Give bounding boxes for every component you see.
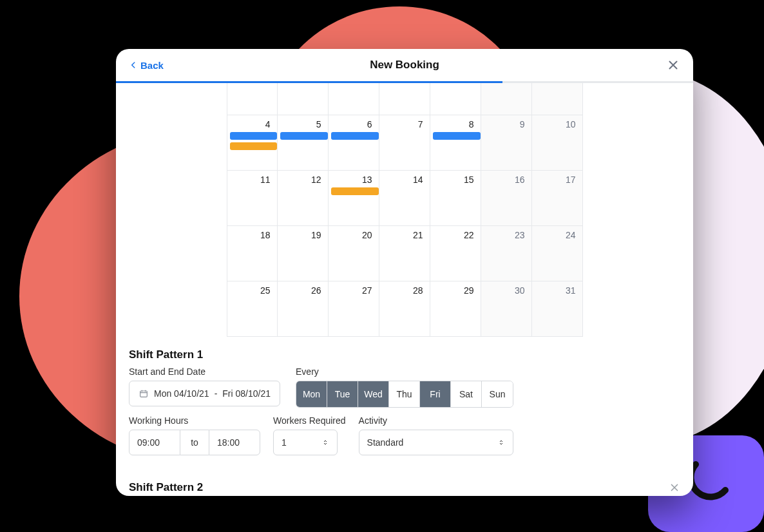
calendar-cell[interactable]: 10 — [532, 115, 583, 171]
date-picker[interactable]: Mon 04/10/21 - Fri 08/10/21 — [129, 381, 280, 406]
calendar-cell[interactable]: 23 — [481, 226, 532, 281]
workers-select[interactable]: 1 — [273, 430, 338, 455]
stepper-icon — [497, 439, 505, 446]
day-number: 10 — [566, 119, 576, 129]
shift-pattern-1-title: Shift Pattern 1 — [129, 348, 680, 361]
calendar-cell[interactable] — [329, 83, 379, 115]
calendar-cell[interactable]: 21 — [379, 226, 430, 281]
calendar-cell[interactable]: 4 — [227, 115, 278, 171]
day-toggle-fri[interactable]: Fri — [420, 381, 451, 407]
day-number: 13 — [362, 175, 372, 185]
calendar-cell[interactable]: 29 — [430, 281, 481, 337]
day-number: 12 — [311, 175, 321, 185]
calendar-cell[interactable]: 31 — [532, 281, 583, 337]
calendar-cell[interactable]: 18 — [227, 226, 278, 281]
calendar-cell[interactable]: 14 — [379, 171, 430, 226]
date-end: Fri 08/10/21 — [222, 388, 271, 399]
day-toggle-sat[interactable]: Sat — [451, 381, 482, 407]
calendar-cell[interactable]: 20 — [329, 226, 379, 281]
calendar-cell[interactable] — [227, 83, 278, 115]
date-field: Start and End Date Mon 04/10/21 - Fri 08… — [129, 366, 280, 408]
activity-field: Activity Standard — [359, 415, 513, 455]
day-number: 18 — [260, 230, 271, 240]
every-label: Every — [296, 366, 513, 377]
calendar-cell[interactable]: 5 — [278, 115, 329, 171]
time-start-input[interactable]: 09:00 — [129, 430, 180, 455]
day-number: 14 — [413, 175, 423, 185]
calendar-grid: 4567891011121314151617181920212223242526… — [227, 83, 583, 337]
stepper-icon — [321, 439, 329, 446]
calendar-cell[interactable]: 26 — [278, 281, 329, 337]
calendar-cell[interactable]: 27 — [329, 281, 379, 337]
day-number: 31 — [566, 285, 576, 296]
remove-shift-pattern-2-button[interactable] — [669, 482, 680, 493]
svg-rect-0 — [140, 391, 148, 397]
calendar-cell[interactable]: 17 — [532, 171, 583, 226]
back-button-label: Back — [140, 60, 164, 71]
day-toggle-group: MonTueWedThuFriSatSun — [296, 381, 513, 408]
day-number: 11 — [260, 175, 271, 185]
workers-value: 1 — [282, 437, 287, 448]
calendar-cell[interactable]: 30 — [481, 281, 532, 337]
time-end-input[interactable]: 18:00 — [209, 430, 260, 455]
day-number: 25 — [260, 285, 271, 296]
calendar-cell[interactable]: 8 — [430, 115, 481, 171]
calendar-cell[interactable]: 24 — [532, 226, 583, 281]
day-toggle-thu[interactable]: Thu — [389, 381, 420, 407]
calendar-cell[interactable]: 25 — [227, 281, 278, 337]
calendar-cell[interactable]: 19 — [278, 226, 329, 281]
calendar-cell[interactable]: 13 — [329, 171, 379, 226]
day-number: 5 — [316, 119, 321, 129]
working-hours-label: Working Hours — [129, 415, 260, 426]
shift-pattern-2-title: Shift Pattern 2 — [129, 481, 203, 494]
day-number: 26 — [311, 285, 321, 296]
calendar-cell[interactable]: 28 — [379, 281, 430, 337]
calendar-event-bar[interactable] — [230, 132, 277, 140]
day-number: 24 — [566, 230, 576, 240]
calendar-event-bar[interactable] — [230, 142, 277, 150]
close-button[interactable] — [666, 58, 680, 72]
calendar-cell[interactable]: 6 — [329, 115, 379, 171]
day-number: 4 — [265, 119, 271, 129]
activity-value: Standard — [367, 437, 404, 448]
calendar-cell[interactable]: 9 — [481, 115, 532, 171]
day-number: 7 — [418, 119, 423, 129]
day-toggle-mon[interactable]: Mon — [296, 381, 327, 407]
workers-label: Workers Required — [273, 415, 346, 426]
time-range: 09:00 to 18:00 — [129, 430, 260, 455]
calendar-event-bar[interactable] — [331, 132, 379, 140]
day-number: 22 — [464, 230, 474, 240]
date-start: Mon 04/10/21 — [154, 388, 209, 399]
every-field: Every MonTueWedThuFriSatSun — [296, 366, 513, 408]
calendar-cell[interactable]: 11 — [227, 171, 278, 226]
day-toggle-sun[interactable]: Sun — [482, 381, 513, 407]
activity-select[interactable]: Standard — [359, 430, 513, 455]
calendar-cell[interactable] — [278, 83, 329, 115]
calendar-event-bar[interactable] — [433, 132, 481, 140]
calendar-cell[interactable] — [379, 83, 430, 115]
modal-header: Back New Booking — [116, 49, 693, 81]
close-icon — [666, 58, 680, 72]
day-toggle-wed[interactable]: Wed — [358, 381, 389, 407]
day-toggle-tue[interactable]: Tue — [327, 381, 358, 407]
calendar-cell[interactable]: 22 — [430, 226, 481, 281]
calendar-icon — [138, 388, 149, 399]
calendar-cell[interactable] — [481, 83, 532, 115]
calendar-cell[interactable]: 12 — [278, 171, 329, 226]
working-hours-field: Working Hours 09:00 to 18:00 — [129, 415, 260, 455]
calendar-cell[interactable] — [430, 83, 481, 115]
day-number: 8 — [469, 119, 474, 129]
calendar-event-bar[interactable] — [331, 187, 379, 195]
day-number: 20 — [362, 230, 372, 240]
calendar-cell[interactable] — [532, 83, 583, 115]
day-number: 28 — [413, 285, 423, 296]
calendar-cell[interactable]: 15 — [430, 171, 481, 226]
shift1-date-every-row: Start and End Date Mon 04/10/21 - Fri 08… — [129, 366, 680, 408]
back-button[interactable]: Back — [129, 60, 164, 71]
calendar-cell[interactable]: 16 — [481, 171, 532, 226]
day-number: 21 — [413, 230, 423, 240]
close-icon — [669, 482, 680, 493]
new-booking-modal: Back New Booking 45678910111213141516171… — [116, 49, 693, 496]
calendar-cell[interactable]: 7 — [379, 115, 430, 171]
calendar-event-bar[interactable] — [280, 132, 328, 140]
